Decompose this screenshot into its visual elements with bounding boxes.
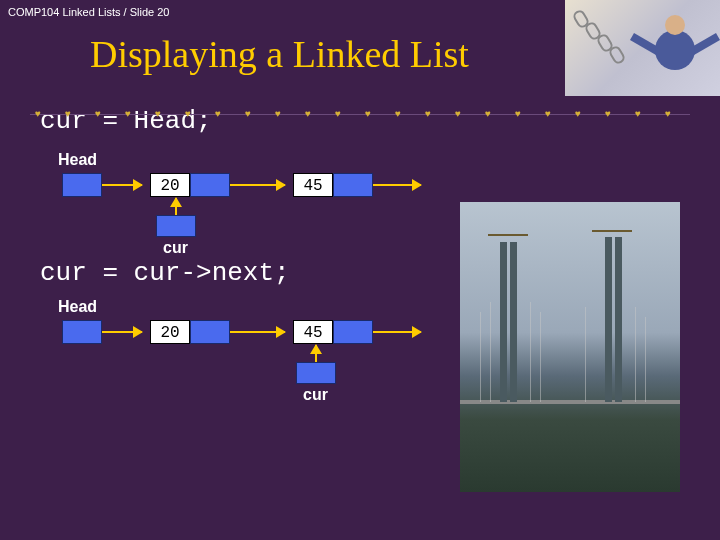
arrow-up-icon xyxy=(315,345,317,362)
arrow-icon xyxy=(230,184,285,186)
arrow-icon xyxy=(230,331,285,333)
node-next xyxy=(190,173,230,197)
node-value: 20 xyxy=(150,173,190,197)
node-value: 45 xyxy=(293,320,333,344)
head-label: Head xyxy=(58,298,97,316)
head-box xyxy=(62,320,102,344)
arrow-icon xyxy=(373,331,421,333)
divider: ♥ ♥ ♥ ♥ ♥ ♥ ♥ ♥ ♥ ♥ ♥ ♥ ♥ ♥ ♥ ♥ ♥ ♥ ♥ ♥ … xyxy=(0,108,720,122)
corner-illustration xyxy=(565,0,720,96)
node-next xyxy=(333,173,373,197)
mascot-icon xyxy=(640,10,710,85)
cur-box xyxy=(156,215,196,237)
cur-box xyxy=(296,362,336,384)
arrow-icon xyxy=(102,184,142,186)
arrow-up-icon xyxy=(175,198,177,215)
arrow-icon xyxy=(373,184,421,186)
diagram-1: Head 20 45 cur xyxy=(0,151,720,256)
diagram-2: Head 20 45 cur xyxy=(0,298,720,403)
cur-label: cur xyxy=(303,386,328,404)
head-box xyxy=(62,173,102,197)
node-next xyxy=(190,320,230,344)
arrow-icon xyxy=(102,331,142,333)
cur-label: cur xyxy=(163,239,188,257)
node-next xyxy=(333,320,373,344)
node-value: 20 xyxy=(150,320,190,344)
node-value: 45 xyxy=(293,173,333,197)
head-label: Head xyxy=(58,151,97,169)
